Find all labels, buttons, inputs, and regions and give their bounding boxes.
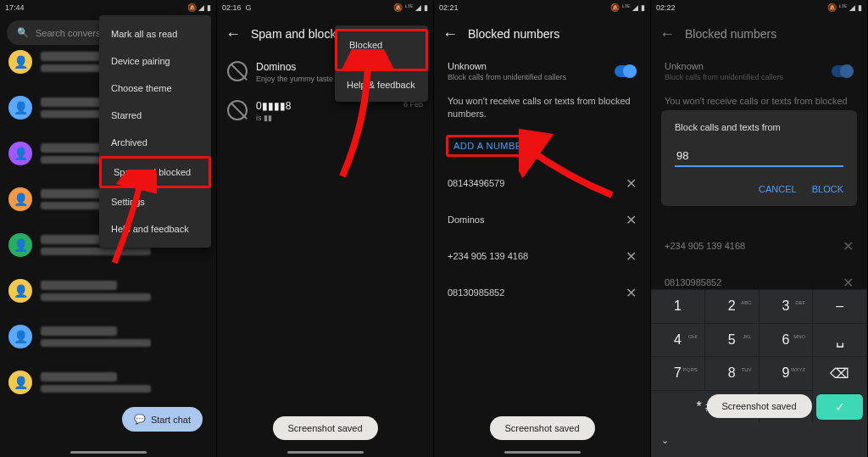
snackbar-text: Screenshot saved [721,401,796,411]
menu-settings[interactable]: Settings [99,188,211,215]
key-9[interactable]: 9WXYZ [760,356,814,390]
setting-label: Unknown [448,61,566,71]
clock: 02:22 [656,3,676,12]
pane-blocked-numbers: 02:21 🔕 ᴸᵀᴱ ◢ ▮ ← Blocked numbers Unknow… [434,0,651,457]
chat-icon: 💬 [134,414,146,425]
menu-spam-blocked[interactable]: Spam and blocked [99,156,211,188]
blocked-row[interactable]: +234 905 139 4168✕ [434,238,650,275]
item-name: 0▮▮▮▮8 [256,100,395,112]
menu-help[interactable]: Help and feedback [99,215,211,242]
key-space[interactable]: ␣ [813,323,867,357]
key-2[interactable]: 2ABC [705,289,760,323]
number-text: 08130985852 [448,287,504,298]
status-bar: 02:22 🔕 ᴸᵀᴱ ◢ ▮ [651,0,867,15]
blocked-row[interactable]: 08143496579✕ [434,165,650,202]
close-icon[interactable]: ✕ [626,285,637,301]
status-icons: 🔕 ᴸᵀᴱ ◢ ▮ [393,3,428,12]
setting-unknown[interactable]: Unknown Block calls from unidentified ca… [434,53,650,90]
menu-help[interactable]: Help & feedback [335,71,428,98]
setting-sub: Block calls from unidentified callers [665,73,783,81]
item-sub: is ▮▮ [256,114,395,122]
status-icons: 🔕 ᴸᵀᴱ ◢ ▮ [610,3,645,12]
keyboard-collapse[interactable]: ⌄ [651,423,867,457]
number-text: 08143496579 [448,178,504,188]
list-item[interactable]: 👤 [0,359,216,405]
status-icons: 🔕 ᴸᵀᴱ ◢ ▮ [827,3,862,12]
clock: 17:44 [5,3,25,12]
overflow-menu: Blocked contacts Help & feedback [335,25,428,102]
key-7[interactable]: 7PQRS [651,356,705,390]
toggle-switch[interactable] [615,65,637,77]
snackbar[interactable]: Screenshot saved [272,416,377,440]
blocked-row[interactable]: 08130985852✕ [434,275,650,311]
snackbar-text: Screenshot saved [504,423,579,433]
avatar: 👤 [8,50,32,74]
back-icon[interactable]: ← [225,25,241,43]
key-done[interactable]: ✓ [816,393,864,421]
nav-handle[interactable] [504,451,581,454]
menu-blocked-contacts[interactable]: Blocked contacts [335,29,428,71]
number-text: 08130985852 [665,277,721,287]
block-icon [227,61,248,81]
app-bar: ← Blocked numbers [434,15,650,53]
setting-label: Unknown [665,61,783,71]
status-bar: 02:21 🔕 ᴸᵀᴱ ◢ ▮ [434,0,650,15]
close-icon: ✕ [843,238,854,254]
key-backspace[interactable]: ⌫ [813,356,867,390]
menu-choose-theme[interactable]: Choose theme [99,75,211,102]
clock: 02:21 [439,3,459,12]
close-icon[interactable]: ✕ [626,212,637,228]
pane-spam-blocked: 02:16 G 🔕 ᴸᵀᴱ ◢ ▮ ← Spam and blocked Dom… [217,0,434,457]
block-icon [227,100,248,120]
menu-mark-all-read[interactable]: Mark all as read [99,20,211,47]
key-6[interactable]: 6MNO [760,323,814,357]
key-8[interactable]: 8TUV [705,356,760,390]
setting-unknown: Unknown Block calls from unidentified ca… [651,53,867,90]
cancel-button[interactable]: CANCEL [759,184,797,194]
avatar: 👤 [8,187,32,211]
nav-handle[interactable] [70,451,147,454]
status-icons: 🔕 ◢ ▮ [187,3,211,12]
add-number-button[interactable]: ADD A NUMBER [446,135,537,157]
status-bar: 02:16 G 🔕 ᴸᵀᴱ ◢ ▮ [217,0,433,15]
block-button[interactable]: BLOCK [812,184,843,194]
blocked-row[interactable]: Dominos✕ [434,202,650,238]
menu-starred[interactable]: Starred [99,102,211,129]
dialog-title: Block calls and texts from [675,122,843,132]
pane-messages: 17:44 🔕 ◢ ▮ 🔍 Search conversati 👤 👤 👤 👤 … [0,0,217,457]
key-4[interactable]: 4GHI [651,323,705,357]
page-title: Blocked numbers [685,27,776,41]
back-icon[interactable]: ← [659,25,675,43]
toggle-switch [832,65,854,77]
key-1[interactable]: 1 [651,289,705,323]
menu-device-pairing[interactable]: Device pairing [99,47,211,75]
list-item[interactable]: 👤 [0,314,216,359]
key-dash[interactable]: – [813,289,867,323]
phone-input[interactable]: 98 [675,146,843,167]
numeric-keypad: 1 2ABC 3DEF – 4GHI 5JKL 6MNO ␣ 7PQRS 8TU… [651,289,867,457]
close-icon[interactable]: ✕ [626,248,637,265]
list-item[interactable]: 👤 [0,268,216,314]
number-text: +234 905 139 4168 [665,241,745,251]
status-app: G [246,3,252,12]
close-icon[interactable]: ✕ [626,176,637,192]
pane-add-number-dialog: 02:22 🔕 ᴸᵀᴱ ◢ ▮ ← Blocked numbers Unknow… [651,0,868,457]
avatar: 👤 [8,279,32,303]
menu-archived[interactable]: Archived [99,129,211,156]
close-icon: ✕ [843,275,854,291]
start-chat-button[interactable]: 💬 Start chat [122,407,203,432]
back-icon[interactable]: ← [442,25,458,43]
avatar: 👤 [8,142,32,165]
avatar: 👤 [8,325,32,348]
nav-handle[interactable] [287,451,364,454]
search-icon: 🔍 [17,27,29,38]
key-3[interactable]: 3DEF [760,289,814,323]
page-title: Blocked numbers [468,27,559,41]
avatar: 👤 [8,233,32,257]
key-5[interactable]: 5JKL [705,323,760,357]
overflow-menu: Mark all as read Device pairing Choose t… [99,15,211,248]
avatar: 👤 [8,371,32,394]
snackbar[interactable]: Screenshot saved [489,416,594,440]
clock: 02:16 [222,3,242,12]
snackbar[interactable]: Screenshot saved [706,394,811,418]
